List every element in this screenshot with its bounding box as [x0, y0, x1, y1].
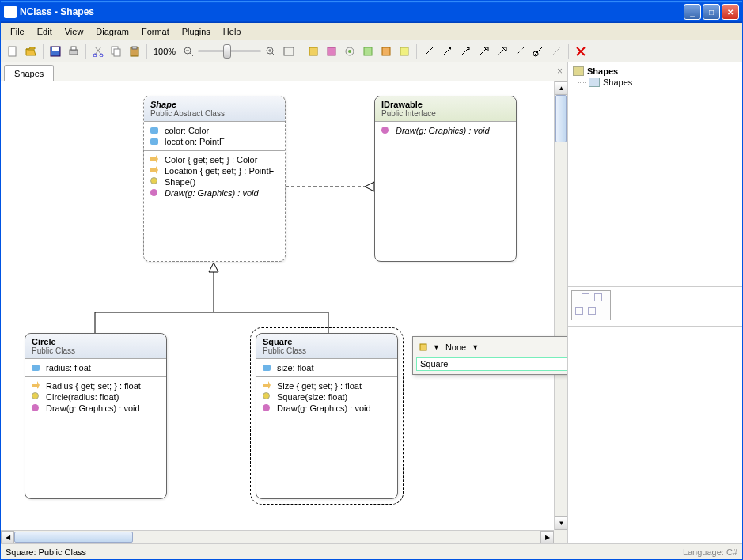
class-editor-popup[interactable]: ▼ None ▼ + ▼ + AZ — [412, 336, 567, 375]
rel-aggregation-button[interactable] — [457, 43, 474, 60]
menu-plugins[interactable]: Plugins — [176, 25, 217, 39]
tree-child-label: Shapes — [603, 78, 632, 87]
rel-nesting-button[interactable] — [529, 43, 547, 60]
minimize-button[interactable]: _ — [684, 4, 701, 20]
method-row[interactable]: Draw(g: Graphics) : void — [146, 187, 283, 199]
canvas[interactable]: Shape Public Abstract Class color: Color… — [1, 81, 567, 543]
horizontal-scrollbar[interactable]: ◀ ▶ — [1, 530, 554, 543]
scroll-thumb-v[interactable] — [555, 95, 567, 142]
svg-rect-18 — [284, 47, 294, 55]
method-row[interactable]: Radius { get; set; } : float — [27, 380, 165, 392]
copy-button[interactable] — [108, 43, 125, 60]
method-row[interactable]: Square(size: float) — [258, 392, 396, 403]
close-button[interactable]: ✕ — [722, 4, 739, 20]
scroll-up-button[interactable]: ▲ — [555, 81, 567, 95]
zoom-fit-button[interactable] — [280, 43, 298, 60]
method-row[interactable]: Circle(radius: float) — [27, 392, 165, 403]
tab-label: Shapes — [14, 69, 44, 78]
method-row[interactable]: Draw(g: Graphics) : void — [377, 125, 514, 136]
vertical-scrollbar[interactable]: ▲ ▼ — [554, 81, 567, 530]
tab-shapes[interactable]: Shapes — [4, 65, 54, 81]
tree-child[interactable]: Shapes — [571, 77, 739, 88]
delete-button[interactable] — [572, 43, 589, 60]
add-class-button[interactable] — [305, 43, 322, 60]
menu-help[interactable]: Help — [217, 25, 248, 39]
property-icon — [150, 155, 161, 165]
rel-realization-button[interactable] — [493, 43, 510, 60]
scroll-down-button[interactable]: ▼ — [555, 516, 567, 530]
menu-diagram[interactable]: Diagram — [89, 25, 135, 39]
add-struct-button[interactable] — [323, 43, 340, 60]
class-name: Square — [263, 337, 391, 346]
window-title: NClass - Shapes — [20, 6, 684, 17]
new-button[interactable] — [4, 43, 21, 60]
field-row[interactable]: radius: float — [27, 362, 165, 373]
method-row[interactable]: Color { get; set; } : Color — [146, 154, 283, 165]
menu-file[interactable]: File — [4, 25, 31, 39]
menu-view[interactable]: View — [59, 25, 90, 39]
method-icon — [32, 403, 43, 413]
svg-line-31 — [516, 47, 524, 55]
class-idrawable[interactable]: IDrawable Public Interface Draw(g: Graph… — [374, 96, 517, 262]
class-square[interactable]: Square Public Class size: float Size { g… — [256, 333, 398, 499]
field-row[interactable]: color: Color — [146, 125, 283, 136]
minimap[interactable] — [571, 290, 611, 320]
print-button[interactable] — [65, 43, 82, 60]
class-shape[interactable]: Shape Public Abstract Class color: Color… — [143, 96, 286, 262]
field-row[interactable]: size: float — [258, 362, 396, 373]
svg-line-12 — [190, 53, 193, 56]
field-icon — [32, 363, 43, 373]
svg-point-22 — [348, 50, 351, 53]
svg-rect-43 — [420, 344, 426, 350]
rel-comment-button[interactable] — [548, 43, 565, 60]
scroll-thumb-h[interactable] — [14, 532, 133, 543]
open-button[interactable] — [22, 43, 40, 60]
class-stereotype: Public Abstract Class — [150, 109, 279, 118]
svg-line-29 — [480, 49, 486, 55]
rel-association-button[interactable] — [420, 43, 438, 60]
cut-button[interactable] — [89, 43, 107, 60]
method-row[interactable]: Size { get; set; } : float — [258, 380, 396, 392]
tab-close-button[interactable]: × — [557, 66, 563, 77]
menu-edit[interactable]: Edit — [31, 25, 59, 39]
add-delegate-button[interactable] — [377, 43, 395, 60]
rel-composition-button[interactable] — [438, 43, 456, 60]
rel-generalization-button[interactable] — [475, 43, 492, 60]
svg-rect-24 — [382, 47, 390, 55]
add-interface-button[interactable] — [341, 43, 358, 60]
zoom-out-button[interactable] — [180, 43, 197, 60]
titlebar[interactable]: NClass - Shapes _ □ ✕ — [1, 1, 742, 23]
access-icon[interactable] — [416, 340, 430, 354]
app-icon — [4, 6, 17, 18]
method-row[interactable]: Location { get; set; } : PointF — [146, 165, 283, 176]
rel-dependency-button[interactable] — [511, 43, 529, 60]
scroll-left-button[interactable]: ◀ — [1, 531, 14, 543]
project-icon — [573, 66, 584, 76]
add-enum-button[interactable] — [359, 43, 377, 60]
add-comment-button[interactable] — [396, 43, 413, 60]
menu-format[interactable]: Format — [135, 25, 176, 39]
access-label[interactable]: None — [442, 342, 469, 352]
svg-rect-20 — [328, 47, 335, 55]
paste-button[interactable] — [126, 43, 143, 60]
class-name: Circle — [32, 337, 160, 346]
menubar: File Edit View Diagram Format Plugins He… — [1, 23, 742, 40]
save-button[interactable] — [47, 43, 64, 60]
zoom-in-button[interactable] — [262, 43, 279, 60]
field-icon — [150, 126, 161, 135]
field-icon — [150, 137, 161, 146]
zoom-slider[interactable] — [198, 44, 261, 59]
tree-root[interactable]: Shapes — [571, 66, 739, 77]
svg-rect-3 — [70, 50, 78, 55]
class-name-input[interactable] — [416, 357, 567, 371]
class-circle[interactable]: Circle Public Class radius: float Radius… — [25, 333, 167, 499]
method-row[interactable]: Draw(g: Graphics) : void — [27, 403, 165, 414]
project-tree[interactable]: Shapes Shapes — [568, 62, 742, 287]
field-row[interactable]: location: PointF — [146, 136, 283, 147]
scroll-right-button[interactable]: ▶ — [540, 531, 554, 543]
constructor-icon — [150, 177, 161, 187]
class-stereotype: Public Interface — [381, 109, 510, 118]
maximize-button[interactable]: □ — [703, 4, 720, 20]
method-row[interactable]: Draw(g: Graphics) : void — [258, 403, 396, 414]
method-row[interactable]: Shape() — [146, 176, 283, 187]
